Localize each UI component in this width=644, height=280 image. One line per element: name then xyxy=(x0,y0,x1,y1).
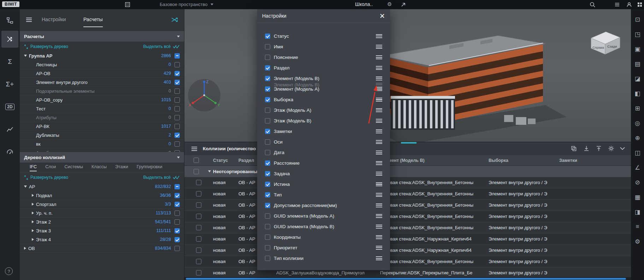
axis-gizmo[interactable]: Z X Y xyxy=(188,79,220,111)
cube-wire-icon[interactable]: ◳ xyxy=(632,27,643,42)
row-checkbox[interactable] xyxy=(196,180,201,185)
tools-gear-icon[interactable]: ⚙ xyxy=(632,234,643,249)
angle-measure-icon[interactable]: ∠ xyxy=(632,160,643,175)
column-checkbox[interactable] xyxy=(265,150,270,155)
column-toggle-row[interactable]: Этаж (Модель A) xyxy=(257,105,390,115)
tree-row-checkbox[interactable] xyxy=(175,246,180,251)
tree-row[interactable]: Элемент внутри другого403 xyxy=(20,78,184,87)
collisions-check-icon[interactable] xyxy=(1,31,18,48)
caret-right-icon[interactable] xyxy=(24,247,26,250)
column-checkbox[interactable] xyxy=(265,108,270,113)
drag-handle-icon[interactable] xyxy=(376,129,382,133)
close-icon[interactable]: ✕ xyxy=(379,13,385,19)
properties-table-icon[interactable]: ▦ xyxy=(632,190,643,205)
panel-drag-handle[interactable] xyxy=(401,142,416,144)
tree-row-checkbox[interactable] xyxy=(175,219,180,225)
column-checkbox[interactable] xyxy=(265,97,270,102)
row-checkbox[interactable] xyxy=(196,214,201,219)
select-all-button[interactable]: Выделить всё xyxy=(143,44,171,49)
drag-handle-icon[interactable] xyxy=(376,225,382,229)
column-checkbox[interactable] xyxy=(265,55,270,60)
duplicate-icon[interactable] xyxy=(571,145,577,152)
hide-element-icon[interactable]: ⊘ xyxy=(632,175,643,190)
column-toggle-row[interactable]: Тип xyxy=(257,189,390,200)
column-checkbox[interactable] xyxy=(265,235,270,240)
tree-row[interactable]: Тест0 xyxy=(20,104,184,113)
column-toggle-row[interactable]: Заметки xyxy=(257,126,390,136)
table-menu-icon[interactable] xyxy=(191,147,197,151)
tree-row-checkbox[interactable] xyxy=(175,150,180,152)
drag-handle-icon[interactable] xyxy=(376,119,382,123)
tree-row-checkbox[interactable] xyxy=(175,62,180,67)
expand-tree-button[interactable]: Развернуть дерево xyxy=(30,175,68,180)
drag-handle-icon[interactable] xyxy=(376,172,382,176)
column-checkbox[interactable] xyxy=(265,256,270,261)
table-row[interactable]: новаяОВ - АРБазовая стена:ADSK_Наружная_… xyxy=(184,245,631,256)
scrollbar-thumb[interactable] xyxy=(186,278,626,280)
tree-row[interactable]: Этаж 428/28 xyxy=(20,235,184,244)
row-checkbox[interactable] xyxy=(196,191,201,196)
compare-models-icon[interactable]: ◫ xyxy=(632,145,643,160)
drag-handle-icon[interactable] xyxy=(376,256,382,260)
tree-row[interactable]: Подвал36/36 xyxy=(20,191,184,200)
drag-handle-icon[interactable] xyxy=(376,55,382,59)
tree-row-checkbox[interactable] xyxy=(175,211,180,216)
collision-tab[interactable]: IFC xyxy=(30,164,37,171)
column-checkbox[interactable] xyxy=(265,213,270,219)
select-all-button[interactable]: Выделить всё xyxy=(143,175,171,180)
tree-row[interactable]: Ур. ч. п.113/113 xyxy=(20,209,184,218)
column-checkbox[interactable] xyxy=(265,203,270,208)
drag-handle-icon[interactable] xyxy=(376,203,382,207)
clip-plane-icon[interactable]: ◨ xyxy=(632,205,643,219)
model-view-icon[interactable]: ▣ xyxy=(632,42,643,56)
row-checkbox[interactable] xyxy=(196,236,201,242)
tree-row[interactable]: АР-ОВ_copy1015 xyxy=(20,96,184,104)
table-row[interactable]: новаяОВ - АРБазовая стена:ADSK_Внутрення… xyxy=(184,177,631,188)
column-header[interactable]: Статус xyxy=(208,155,234,165)
floors-icon[interactable]: ▤ xyxy=(632,56,643,71)
fit-view-icon[interactable]: ⊡ xyxy=(632,12,643,27)
tree-row[interactable]: Этаж 3111/111 xyxy=(20,226,184,235)
drag-handle-icon[interactable] xyxy=(376,66,382,70)
two-d-mode-icon[interactable]: 2D xyxy=(1,98,18,115)
settings-gear-icon[interactable]: ⚙ xyxy=(387,1,392,7)
table-row[interactable]: новаяОВ - АРБазовая стена:ADSK_Внутрення… xyxy=(184,222,631,233)
tree-row[interactable]: ОВ834/834 xyxy=(20,244,184,253)
row-checkbox[interactable] xyxy=(196,202,201,208)
caret-down-icon[interactable] xyxy=(24,185,27,188)
import-up-icon[interactable] xyxy=(596,145,602,152)
column-header[interactable]: Заметки xyxy=(554,155,631,165)
drag-handle-icon[interactable] xyxy=(376,34,382,38)
tree-row-checkbox[interactable] xyxy=(175,71,180,76)
row-checkbox[interactable] xyxy=(196,259,201,264)
row-checkbox[interactable] xyxy=(196,270,201,275)
caret-down-icon[interactable] xyxy=(208,170,211,172)
sum-add-icon[interactable]: Σ+ xyxy=(1,76,18,93)
table-row[interactable]: новаяОВ - АРБазовая стена:ADSK_Наружная_… xyxy=(184,233,631,245)
tree-row[interactable]: Спортзал3/3 xyxy=(20,200,184,209)
view-cube[interactable]: Справа Сзади xyxy=(591,32,620,54)
drag-handle-icon[interactable] xyxy=(376,108,382,112)
caret-right-icon[interactable] xyxy=(32,238,34,241)
apps-grid-icon[interactable] xyxy=(637,1,643,8)
column-toggle-row[interactable]: Имя xyxy=(257,41,390,52)
tree-row[interactable]: АР-ОВ429 xyxy=(20,69,184,78)
calculations-section-header[interactable]: Расчеты xyxy=(20,31,184,42)
row-checkbox[interactable] xyxy=(196,248,201,253)
tree-row-checkbox[interactable] xyxy=(175,193,180,198)
tree-row[interactable]: Атрибуты0 xyxy=(20,113,184,122)
collision-tab[interactable]: Группировки xyxy=(137,164,163,169)
tree-row[interactable]: Подозрительные элементы0 xyxy=(20,87,184,96)
column-toggle-row[interactable]: Оси xyxy=(257,136,390,147)
panel-menu-icon[interactable] xyxy=(26,18,32,22)
caret-right-icon[interactable] xyxy=(32,194,34,197)
tree-row-checkbox[interactable] xyxy=(175,53,180,59)
tree-row-checkbox[interactable] xyxy=(175,141,180,147)
tree-row-checkbox[interactable] xyxy=(175,97,180,103)
half-box-icon[interactable]: ◧ xyxy=(632,86,643,101)
grid-table-icon[interactable]: ⊞ xyxy=(632,101,643,116)
table-row[interactable]: новаяОВ - АРБазовая стена:ADSK_Внутрення… xyxy=(184,256,631,267)
group-checkbox[interactable] xyxy=(194,169,199,174)
collision-tab[interactable]: Этажи xyxy=(115,164,128,169)
caret-right-icon[interactable] xyxy=(32,203,34,206)
